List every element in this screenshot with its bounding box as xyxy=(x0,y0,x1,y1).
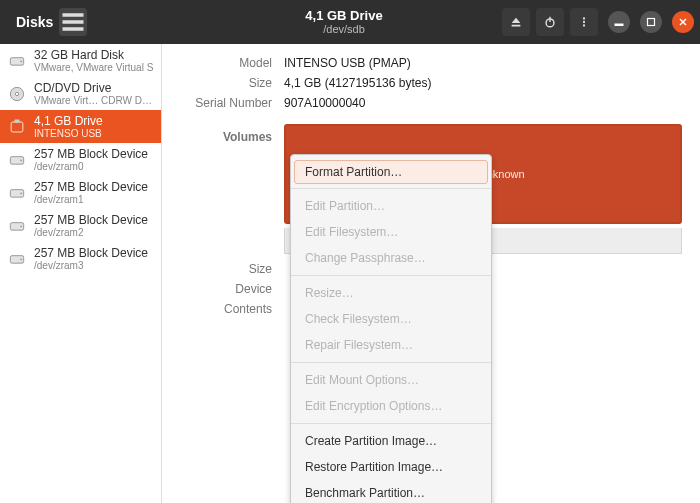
eject-button[interactable] xyxy=(502,8,530,36)
drive-sublabel: /dev/zram0 xyxy=(34,161,148,172)
svg-point-7 xyxy=(583,24,585,26)
menu-item-restore-partition-image[interactable]: Restore Partition Image… xyxy=(291,454,491,480)
drive-icon xyxy=(6,182,28,204)
menu-item-create-partition-image[interactable]: Create Partition Image… xyxy=(291,428,491,454)
menu-item-edit-filesystem: Edit Filesystem… xyxy=(291,219,491,245)
window-title: 4,1 GB Drive xyxy=(186,8,502,24)
svg-point-25 xyxy=(20,258,22,260)
svg-rect-16 xyxy=(11,122,23,132)
drive-label: 4,1 GB Drive xyxy=(34,114,103,128)
menu-item-edit-partition: Edit Partition… xyxy=(291,193,491,219)
more-button[interactable] xyxy=(570,8,598,36)
svg-point-13 xyxy=(20,60,22,62)
drive-sublabel: /dev/zram3 xyxy=(34,260,148,271)
app-title: Disks xyxy=(16,14,53,30)
titlebar: Disks 4,1 GB Drive /dev/sdb xyxy=(0,0,700,44)
svg-rect-2 xyxy=(63,27,84,31)
svg-rect-0 xyxy=(63,13,84,17)
svg-point-21 xyxy=(20,192,22,194)
sidebar-drive-6[interactable]: 257 MB Block Device/dev/zram3 xyxy=(0,242,161,275)
drive-sublabel: /dev/zram1 xyxy=(34,194,148,205)
sidebar-drive-4[interactable]: 257 MB Block Device/dev/zram1 xyxy=(0,176,161,209)
close-icon xyxy=(678,17,688,27)
drive-icon xyxy=(6,149,28,171)
menu-separator xyxy=(291,423,491,424)
sidebar-drive-5[interactable]: 257 MB Block Device/dev/zram2 xyxy=(0,209,161,242)
drive-label: CD/DVD Drive xyxy=(34,81,155,95)
sidebar-drive-1[interactable]: CD/DVD DriveVMware Virt… CDRW Drive xyxy=(0,77,161,110)
menu-item-resize: Resize… xyxy=(291,280,491,306)
svg-rect-9 xyxy=(648,19,655,26)
drive-sublabel: /dev/zram2 xyxy=(34,227,148,238)
menu-item-repair-filesystem: Repair Filesystem… xyxy=(291,332,491,358)
eject-icon xyxy=(509,15,523,29)
partition-contents-label: Contents xyxy=(162,302,272,316)
svg-rect-4 xyxy=(549,17,550,22)
size-value: 4,1 GB (4127195136 bytes) xyxy=(284,76,682,90)
menu-item-edit-mount-options: Edit Mount Options… xyxy=(291,367,491,393)
menu-separator xyxy=(291,362,491,363)
svg-point-15 xyxy=(15,92,18,95)
drive-icon xyxy=(6,248,28,270)
maximize-icon xyxy=(646,17,656,27)
drive-icon xyxy=(6,116,28,138)
svg-point-23 xyxy=(20,225,22,227)
maximize-button[interactable] xyxy=(640,11,662,33)
window-subtitle: /dev/sdb xyxy=(186,23,502,36)
svg-rect-1 xyxy=(63,20,84,24)
svg-point-19 xyxy=(20,159,22,161)
volumes-heading: Volumes xyxy=(162,130,272,254)
close-button[interactable] xyxy=(672,11,694,33)
minimize-icon xyxy=(614,17,624,27)
svg-point-6 xyxy=(583,21,585,23)
drive-label: 257 MB Block Device xyxy=(34,246,148,260)
model-value: INTENSO USB (PMAP) xyxy=(284,56,682,70)
menu-item-check-filesystem: Check Filesystem… xyxy=(291,306,491,332)
power-button[interactable] xyxy=(536,8,564,36)
drive-label: 32 GB Hard Disk xyxy=(34,48,153,62)
drive-sublabel: INTENSO USB xyxy=(34,128,103,139)
drive-label: 257 MB Block Device xyxy=(34,213,148,227)
menu-item-benchmark-partition[interactable]: Benchmark Partition… xyxy=(291,480,491,503)
volume-context-menu: Format Partition…Edit Partition…Edit Fil… xyxy=(290,154,492,503)
drive-label: 257 MB Block Device xyxy=(34,147,148,161)
sidebar-drive-2[interactable]: 4,1 GB DriveINTENSO USB xyxy=(0,110,161,143)
minimize-button[interactable] xyxy=(608,11,630,33)
svg-rect-8 xyxy=(615,24,623,26)
partition-device-label: Device xyxy=(162,282,272,296)
dots-icon xyxy=(577,15,591,29)
menu-separator xyxy=(291,275,491,276)
menu-item-change-passphrase: Change Passphrase… xyxy=(291,245,491,271)
sidebar-drive-0[interactable]: 32 GB Hard DiskVMware, VMware Virtual S xyxy=(0,44,161,77)
size-label: Size xyxy=(162,76,272,90)
drive-list-sidebar: 32 GB Hard DiskVMware, VMware Virtual SC… xyxy=(0,44,162,503)
drive-icon xyxy=(6,215,28,237)
svg-rect-17 xyxy=(15,119,20,122)
serial-label: Serial Number xyxy=(162,96,272,110)
drive-icon xyxy=(6,50,28,72)
hamburger-button[interactable] xyxy=(59,8,87,36)
drive-label: 257 MB Block Device xyxy=(34,180,148,194)
menu-item-format-partition[interactable]: Format Partition… xyxy=(294,160,488,184)
serial-value: 907A10000040 xyxy=(284,96,682,110)
svg-point-5 xyxy=(583,17,585,19)
drive-sublabel: VMware, VMware Virtual S xyxy=(34,62,153,73)
power-icon xyxy=(543,15,557,29)
model-label: Model xyxy=(162,56,272,70)
menu-separator xyxy=(291,188,491,189)
hamburger-icon xyxy=(59,8,87,36)
details-pane: Model INTENSO USB (PMAP) Size 4,1 GB (41… xyxy=(162,44,700,503)
partition-size-label: Size xyxy=(162,262,272,276)
sidebar-drive-3[interactable]: 257 MB Block Device/dev/zram0 xyxy=(0,143,161,176)
menu-item-edit-encryption-options: Edit Encryption Options… xyxy=(291,393,491,419)
drive-sublabel: VMware Virt… CDRW Drive xyxy=(34,95,155,106)
drive-icon xyxy=(6,83,28,105)
